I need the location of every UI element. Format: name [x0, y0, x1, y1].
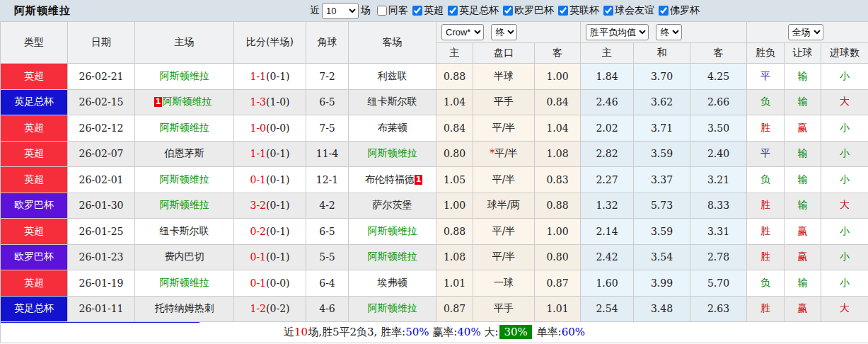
avg-draw-cell: 3.54	[634, 244, 690, 270]
avg-stage-select[interactable]: 终	[656, 24, 682, 40]
result-handicap-cell: 赢	[785, 244, 821, 270]
recent-count-select[interactable]: 10	[322, 3, 359, 19]
away-team-name: 阿斯顿维拉	[368, 302, 417, 314]
league-filter[interactable]: 佛罗杯	[654, 4, 700, 17]
match-type-cell: 英超	[1, 141, 68, 167]
scope-select[interactable]: 全场	[788, 24, 823, 40]
home-team-cell: 阿斯顿维拉	[135, 270, 234, 297]
league-filter-checkbox[interactable]	[659, 6, 669, 16]
home-team-cell: 阿斯顿维拉	[135, 193, 234, 219]
away-odds-cell: 1.08	[535, 141, 581, 167]
result-handicap-cell: 输	[785, 193, 821, 219]
odds-company-select[interactable]: Crow*	[441, 24, 484, 40]
score-cell: 1-2(0-2)	[234, 296, 306, 322]
match-row: 英足总杯 26-02-15 1阿斯顿维拉 1-3(1-0) 6-5 纽卡斯尔联 …	[1, 89, 868, 115]
result-wdl-cell: 平	[747, 141, 785, 167]
home-team-cell: 1阿斯顿维拉	[135, 89, 234, 115]
summary-bar: 近10场,胜5平2负3, 胜率:50% 赢率:40% 大:30% 单率:60%	[1, 322, 868, 343]
match-type-cell: 英超	[1, 167, 68, 193]
match-date-cell: 26-01-25	[68, 219, 135, 245]
score-cell: 1-0(0-0)	[234, 115, 306, 142]
home-team-name: 托特纳姆热刺	[155, 302, 214, 314]
league-filter-checkbox[interactable]	[448, 6, 458, 16]
home-odds-cell: 1.05	[436, 167, 473, 193]
away-odds-cell: 0.87	[535, 270, 581, 297]
same-away-checkbox[interactable]	[377, 6, 387, 16]
odds-stage-select[interactable]: 终	[491, 24, 517, 40]
corners-cell: 4-2	[306, 193, 349, 219]
avg-away-cell: 5.70	[690, 270, 747, 297]
handicap-text: 平手	[494, 302, 514, 314]
away-team-cell: 布莱顿	[349, 115, 436, 142]
avg-type-select[interactable]: 胜平负均值	[586, 24, 649, 40]
result-wdl-cell: 胜	[747, 244, 785, 270]
match-row: 英超 26-01-25 纽卡斯尔联 0-2(0-1) 6-5 阿斯顿维拉 0.8…	[1, 219, 868, 245]
score-cell: 1-1(0-1)	[234, 141, 306, 167]
home-team-name: 阿斯顿维拉	[160, 173, 209, 185]
result-wdl-cell: 负	[747, 270, 785, 297]
subheader-avg-away: 客	[690, 43, 747, 64]
result-handicap-cell: 输	[785, 64, 821, 90]
result-handicap-cell: 赢	[785, 219, 821, 245]
scope-select-group: 全场	[747, 22, 868, 43]
odds-win-label: 赢率:	[429, 326, 457, 338]
col-header-score: 比分(半场)	[234, 22, 306, 64]
result-wdl-cell: 胜	[747, 296, 785, 322]
rank-badge: 1	[415, 175, 423, 185]
full-score: 1-2	[250, 303, 266, 314]
match-row: 英超 26-02-01 阿斯顿维拉 0-1(0-1) 12-1 布伦特福德1 1…	[1, 167, 868, 193]
result-handicap-cell: 赢	[785, 296, 821, 322]
avg-away-cell: 2.63	[690, 296, 747, 322]
league-filter[interactable]: 球会友谊	[599, 4, 654, 17]
home-odds-cell: 0.80	[436, 141, 473, 167]
result-handicap-cell: 赢	[785, 115, 821, 142]
rank-badge: 1	[154, 97, 163, 107]
league-filter-checkbox[interactable]	[558, 6, 568, 16]
match-row: 英超 26-02-07 伯恩茅斯 1-1(0-1) 11-4 阿斯顿维拉 0.8…	[1, 141, 868, 167]
avg-away-cell: 2.40	[690, 141, 747, 167]
league-filter[interactable]: 英足总杯	[444, 4, 499, 17]
away-team-cell: 萨尔茨堡	[349, 193, 436, 219]
match-type-cell: 欧罗巴杯	[1, 244, 68, 270]
full-score: 0-1	[250, 174, 266, 185]
league-filter-label: 欧罗巴杯	[514, 4, 554, 17]
away-odds-cell: 0.80	[535, 244, 581, 270]
away-odds-cell: 1.01	[535, 296, 581, 322]
full-score: 1-0	[250, 122, 266, 134]
score-cell: 0-1(0-0)	[234, 270, 306, 297]
league-filter-label: 英超	[424, 4, 444, 17]
corners-cell: 6-5	[306, 89, 349, 115]
result-handicap-cell: 输	[785, 89, 821, 115]
subheader-result-wdl: 胜负	[747, 43, 785, 64]
result-goals-cell: 小	[821, 244, 868, 270]
match-type-cell: 英足总杯	[1, 89, 68, 115]
avg-away-cell: 4.25	[690, 64, 747, 90]
same-away-filter[interactable]: 同客	[373, 4, 408, 17]
avg-home-cell: 2.54	[581, 296, 634, 322]
result-goals-cell: 小	[821, 141, 868, 167]
league-filter-checkbox[interactable]	[503, 6, 513, 16]
match-date-cell: 26-01-19	[68, 270, 135, 297]
result-handicap-cell: 输	[785, 167, 821, 193]
avg-draw-cell: 3.59	[634, 219, 690, 245]
avg-home-cell: 1.84	[581, 64, 634, 90]
win-rate-label: 胜率:	[381, 326, 405, 338]
result-handicap-cell: 输	[785, 141, 821, 167]
handicap-text: 平/半	[492, 122, 516, 133]
home-team-cell: 费内巴切	[135, 244, 234, 270]
odds-select-group: Crow* 终	[436, 22, 581, 43]
league-filter[interactable]: 英超	[408, 4, 444, 17]
match-date-cell: 26-01-11	[68, 296, 135, 322]
match-date-cell: 26-02-21	[68, 64, 135, 90]
handicap-text: 平/半	[492, 251, 516, 262]
league-filter[interactable]: 英联杯	[554, 4, 599, 17]
result-handicap-cell: 输	[785, 270, 821, 297]
home-team-name: 阿斯顿维拉	[160, 122, 209, 133]
avg-draw-cell: 3.59	[634, 141, 690, 167]
corners-cell: 7-2	[306, 64, 349, 90]
league-filter[interactable]: 欧罗巴杯	[499, 4, 554, 17]
away-odds-cell: 1.00	[535, 64, 581, 90]
league-filter-checkbox[interactable]	[412, 6, 422, 16]
league-filter-label: 球会友谊	[615, 4, 654, 17]
league-filter-checkbox[interactable]	[603, 6, 613, 16]
